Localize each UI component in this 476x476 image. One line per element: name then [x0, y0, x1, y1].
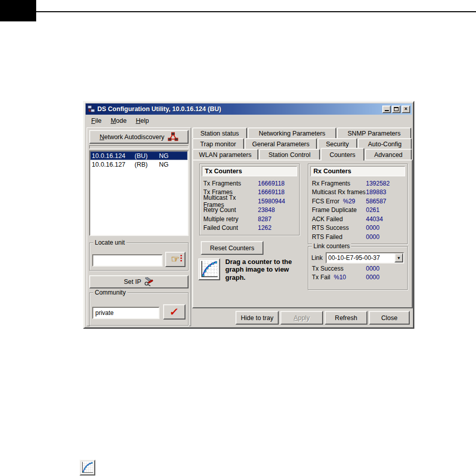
ds-configuration-utility-window: DS Configuration Utility, 10.0.16.124 (B…	[83, 101, 414, 329]
tab-trap-monitor[interactable]: Trap monitor	[192, 138, 244, 149]
maximize-icon	[394, 107, 399, 111]
discovery-progress-strip	[89, 145, 189, 149]
rx-counters-group: Rx Counters Rx Fragments1392582 Multicas…	[308, 164, 408, 244]
counter-row[interactable]: Frame Duplicate0261	[308, 206, 407, 215]
set-ip-label: Set IP	[124, 278, 141, 285]
tx-counters-header: Tx Counters	[202, 166, 297, 176]
counter-row[interactable]: FCS Error%29586587	[308, 197, 407, 206]
page-header-rule	[36, 11, 476, 12]
check-icon: ✓	[169, 306, 180, 317]
refresh-button[interactable]: Refresh	[325, 311, 367, 325]
link-counters-group: Link counters Link 00-10-E7-95-00-37 ▼ T…	[308, 246, 408, 290]
network-autodiscovery-button[interactable]: Network Autodiscovery	[89, 130, 189, 144]
counter-row[interactable]: ACK Failed44034	[308, 215, 407, 224]
reset-counters-button[interactable]: Reset Counters	[201, 241, 263, 255]
document-page: DS Configuration Utility, 10.0.16.124 (B…	[0, 0, 476, 476]
network-icon	[168, 132, 178, 142]
chevron-down-icon: ▼	[397, 256, 401, 260]
dropdown-button[interactable]: ▼	[394, 253, 403, 262]
close-dialog-button[interactable]: Close	[369, 311, 410, 325]
rx-counters-header: Rx Counters	[310, 166, 405, 176]
list-item-unit[interactable]: 10.0.16.127 (RB) NG	[90, 160, 188, 169]
app-icon	[87, 105, 95, 113]
tab-advanced[interactable]: Advanced	[365, 149, 412, 160]
tab-row-3: WLAN parameters Station Control Counters…	[192, 149, 413, 160]
hand-dots-icon	[180, 255, 182, 261]
graph-icon-figure	[80, 460, 95, 475]
locate-unit-label: Locate unit	[93, 239, 126, 246]
tx-counters-group: Tx Counters Tx Fragments16669118 Tx Fram…	[199, 164, 300, 235]
counter-row[interactable]: RTS Success0000	[308, 224, 407, 233]
community-apply-button[interactable]: ✓	[163, 304, 186, 320]
window-title: DS Configuration Utility, 10.0.16.124 (B…	[97, 105, 381, 113]
apply-button: Apply	[280, 311, 323, 325]
counter-row[interactable]: Tx Fail%100000	[308, 273, 407, 282]
pointing-hand-icon: ☞	[171, 254, 179, 264]
tab-wlan-parameters[interactable]: WLAN parameters	[192, 149, 258, 160]
counter-row[interactable]: Multicast Tx Frames15980944	[200, 197, 299, 206]
unit-panel: Network Autodiscovery 10.0.16.124 (BU) N…	[87, 127, 191, 326]
link-label: Link	[311, 254, 323, 261]
graph-drop-target[interactable]	[198, 258, 220, 280]
locate-unit-go-button[interactable]: ☞	[165, 252, 186, 267]
minimize-icon	[385, 110, 389, 111]
counters-tab-panel: Tx Counters Tx Fragments16669118 Tx Fram…	[192, 160, 413, 308]
counter-row[interactable]: Retry Count23848	[200, 206, 299, 215]
locate-unit-input[interactable]	[92, 254, 163, 267]
page-header-block	[0, 0, 36, 21]
graph-icon	[200, 260, 219, 279]
menu-mode[interactable]: Mode	[107, 116, 130, 125]
tab-station-status[interactable]: Station status	[192, 127, 247, 138]
tab-counters[interactable]: Counters	[321, 148, 364, 161]
menu-help[interactable]: Help	[132, 116, 152, 125]
close-icon: ×	[405, 107, 408, 112]
locate-unit-group: Locate unit ☞	[89, 243, 189, 271]
maximize-button[interactable]	[392, 105, 401, 113]
tab-row-1: Station status Networking Parameters SNM…	[192, 127, 413, 138]
counter-row[interactable]: Failed Count1262	[200, 224, 299, 233]
tab-security[interactable]: Security	[318, 138, 357, 149]
tab-station-control[interactable]: Station Control	[259, 149, 320, 160]
link-select[interactable]: 00-10-E7-95-00-37 ▼	[326, 252, 404, 263]
tab-general-parameters[interactable]: General Parameters	[245, 138, 317, 149]
hide-to-tray-button[interactable]: Hide to tray	[235, 311, 279, 325]
close-button[interactable]: ×	[402, 105, 410, 113]
unit-list[interactable]: 10.0.16.124 (BU) NG 10.0.16.127 (RB) NG	[89, 150, 189, 236]
tab-auto-config[interactable]: Auto-Config	[358, 138, 412, 149]
tab-snmp-parameters[interactable]: SNMP Parameters	[337, 127, 411, 138]
link-counters-label: Link counters	[312, 243, 351, 250]
menu-bar: File Mode Help	[86, 116, 412, 126]
graph-icon	[81, 461, 94, 474]
list-item-unit[interactable]: 10.0.16.124 (BU) NG	[90, 151, 188, 160]
network-autodiscovery-label: Network Autodiscovery	[99, 134, 164, 141]
drag-hint-text: Drag a counter to the graph image to vie…	[225, 258, 304, 281]
tools-icon	[144, 277, 154, 286]
minimize-button[interactable]	[382, 105, 391, 113]
tab-row-2: Trap monitor General Parameters Security…	[192, 138, 413, 149]
menu-file[interactable]: File	[88, 116, 105, 125]
tab-control: Station status Networking Parameters SNM…	[192, 127, 413, 326]
counter-row[interactable]: RTS Failed0000	[308, 232, 407, 242]
community-input[interactable]	[92, 307, 160, 319]
counter-row[interactable]: Tx Fragments16669118	[200, 179, 299, 188]
counter-row[interactable]: Rx Fragments1392582	[308, 179, 407, 188]
tab-networking-parameters[interactable]: Networking Parameters	[248, 127, 336, 138]
title-bar[interactable]: DS Configuration Utility, 10.0.16.124 (B…	[86, 103, 412, 115]
community-group: Community ✓	[89, 293, 189, 326]
set-ip-button[interactable]: Set IP	[89, 275, 189, 288]
counter-row[interactable]: Multiple retry8287	[200, 215, 299, 224]
community-label: Community	[93, 289, 127, 296]
counter-row[interactable]: Multicast Rx frames189883	[308, 188, 407, 197]
counter-row[interactable]: Tx Success0000	[308, 264, 407, 273]
